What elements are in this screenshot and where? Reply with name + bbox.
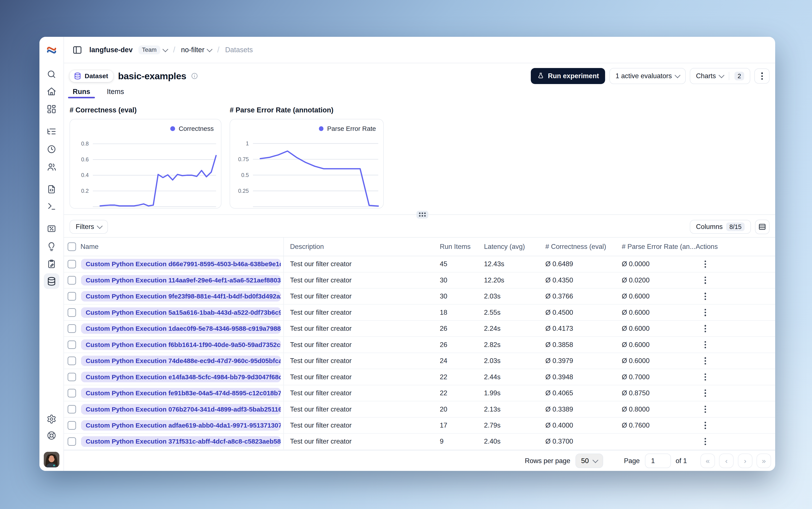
row-actions-kebab[interactable] [702, 291, 708, 302]
row-actions-kebab[interactable] [702, 259, 708, 270]
breadcrumb-section[interactable]: Datasets [225, 46, 253, 54]
row-actions-kebab[interactable] [702, 387, 708, 399]
run-experiment-button[interactable]: Run experiment [531, 68, 605, 84]
run-parse-error-rate-value: Ø 0.8000 [622, 401, 696, 417]
active-evaluators-button[interactable]: 1 active evaluators [609, 68, 686, 84]
row-checkbox[interactable] [68, 357, 76, 365]
svg-text:1: 1 [246, 140, 249, 146]
user-avatar[interactable] [44, 452, 59, 467]
table-row[interactable]: Custom Python Execution fe91b83e-04a5-47… [64, 385, 775, 401]
settings-gear-icon[interactable] [44, 411, 59, 427]
row-checkbox[interactable] [68, 373, 76, 381]
tracing-tree-icon[interactable] [44, 124, 59, 139]
row-actions-kebab[interactable] [702, 404, 708, 415]
panel-resize-handle[interactable] [416, 211, 428, 218]
run-name-link[interactable]: Custom Python Execution e14fa348-5cfc-49… [81, 372, 281, 382]
column-header-parse-error-rate[interactable]: # Parse Error Rate (an... [622, 238, 696, 256]
run-name-link[interactable]: Custom Python Execution 74de488e-ec9d-47… [81, 355, 281, 366]
row-checkbox[interactable] [68, 389, 76, 398]
run-name-link[interactable]: Custom Python Execution adfae619-abb0-4d… [81, 420, 281, 431]
annotation-clipboard-icon[interactable] [44, 256, 59, 272]
more-actions-kebab-button[interactable] [754, 68, 770, 83]
column-header-latency[interactable]: Latency (avg) [484, 238, 545, 256]
table-row[interactable]: Custom Python Execution 1daec0f9-5e78-43… [64, 321, 775, 337]
table-row[interactable]: Custom Python Execution 114aa9ef-29e6-4e… [64, 272, 775, 289]
breadcrumb-project[interactable]: langfuse-dev [89, 46, 133, 54]
run-name-link[interactable]: Custom Python Execution f6bb1614-1f90-40… [81, 339, 281, 350]
run-name-link[interactable]: Custom Python Execution 9fe23f98-881e-44… [81, 291, 281, 302]
support-lifebuoy-icon[interactable] [44, 428, 59, 443]
run-items-value: 22 [440, 385, 484, 401]
row-checkbox[interactable] [68, 437, 76, 446]
scores-percent-card-icon[interactable] [44, 221, 59, 237]
row-checkbox[interactable] [68, 308, 76, 317]
row-actions-kebab[interactable] [702, 420, 708, 431]
row-actions-kebab[interactable] [702, 436, 708, 447]
search-icon[interactable] [44, 67, 59, 82]
next-page-button[interactable]: › [738, 453, 752, 468]
tab-runs[interactable]: Runs [70, 87, 93, 98]
column-header-description[interactable]: Description [284, 238, 440, 256]
previous-page-button[interactable]: ‹ [719, 453, 734, 468]
row-checkbox[interactable] [68, 292, 76, 301]
run-correctness-value: Ø 0.3948 [545, 369, 622, 385]
column-header-name[interactable]: Name [80, 238, 284, 256]
first-page-button[interactable]: « [701, 453, 715, 468]
evals-lightbulb-icon[interactable] [44, 239, 59, 255]
info-icon[interactable] [191, 72, 198, 80]
row-height-button[interactable] [755, 219, 770, 234]
column-header-correctness[interactable]: # Correctness (eval) [545, 238, 622, 256]
run-name-link[interactable]: Custom Python Execution 1daec0f9-5e78-43… [81, 324, 281, 334]
run-name-link[interactable]: Custom Python Execution d66e7991-8595-45… [81, 259, 281, 269]
last-page-button[interactable]: » [756, 453, 771, 468]
table-row[interactable]: Custom Python Execution 74de488e-ec9d-47… [64, 353, 775, 369]
prompts-file-code-icon[interactable] [44, 181, 59, 197]
row-actions-kebab[interactable] [702, 339, 708, 350]
row-checkbox[interactable] [68, 260, 76, 269]
breadcrumb-environment[interactable]: no-filter [181, 46, 211, 54]
dashboard-icon[interactable] [44, 101, 59, 117]
row-checkbox[interactable] [68, 324, 76, 333]
rows-per-page-select[interactable]: 50 [575, 453, 603, 468]
charts-button[interactable]: Charts 2 [690, 68, 750, 84]
table-row[interactable]: Custom Python Execution adfae619-abb0-4d… [64, 417, 775, 434]
row-checkbox[interactable] [68, 405, 76, 414]
tab-items[interactable]: Items [104, 87, 127, 98]
column-header-run-items[interactable]: Run Items [440, 238, 484, 256]
line-chart-correctness: 0.20.40.60.8 [70, 120, 221, 208]
filters-button[interactable]: Filters [70, 220, 108, 234]
users-icon[interactable] [44, 159, 59, 175]
datasets-database-icon[interactable] [44, 273, 59, 289]
table-row[interactable]: Custom Python Execution 9fe23f98-881e-44… [64, 289, 775, 305]
run-name-link[interactable]: Custom Python Execution 5a15a616-1bab-44… [81, 307, 281, 318]
run-latency-value: 2.44s [484, 369, 545, 385]
playground-terminal-icon[interactable] [44, 199, 59, 214]
run-name-link[interactable]: Custom Python Execution 076b2704-341d-48… [81, 404, 281, 414]
run-name-link[interactable]: Custom Python Execution 371f531c-abff-4d… [81, 436, 281, 447]
home-icon[interactable] [44, 83, 59, 99]
columns-button[interactable]: Columns 8/15 [690, 220, 751, 234]
row-actions-kebab[interactable] [702, 355, 708, 367]
row-actions-kebab[interactable] [702, 274, 708, 286]
table-row[interactable]: Custom Python Execution d66e7991-8595-45… [64, 256, 775, 272]
row-actions-kebab[interactable] [702, 307, 708, 318]
run-parse-error-rate-value: Ø 0.6000 [622, 289, 696, 304]
table-row[interactable]: Custom Python Execution 076b2704-341d-48… [64, 401, 775, 417]
run-name-link[interactable]: Custom Python Execution 114aa9ef-29e6-4e… [81, 275, 281, 285]
sidebar-toggle-icon[interactable] [70, 43, 85, 57]
table-row[interactable]: Custom Python Execution 5a15a616-1bab-44… [64, 305, 775, 320]
sessions-clock-icon[interactable] [44, 141, 59, 157]
row-checkbox[interactable] [68, 340, 76, 349]
breadcrumb-project-switcher[interactable]: Team [137, 45, 167, 55]
chevron-down-icon [207, 46, 212, 52]
run-name-link[interactable]: Custom Python Execution fe91b83e-04a5-47… [81, 388, 281, 398]
row-actions-kebab[interactable] [702, 323, 708, 334]
table-row[interactable]: Custom Python Execution f6bb1614-1f90-40… [64, 337, 775, 353]
page-number-input[interactable] [645, 453, 671, 468]
table-row[interactable]: Custom Python Execution e14fa348-5cfc-49… [64, 369, 775, 385]
row-actions-kebab[interactable] [702, 371, 708, 383]
select-all-checkbox[interactable] [68, 242, 76, 251]
table-row[interactable]: Custom Python Execution 371f531c-abff-4d… [64, 434, 775, 450]
row-checkbox[interactable] [68, 421, 76, 430]
row-checkbox[interactable] [68, 276, 76, 284]
